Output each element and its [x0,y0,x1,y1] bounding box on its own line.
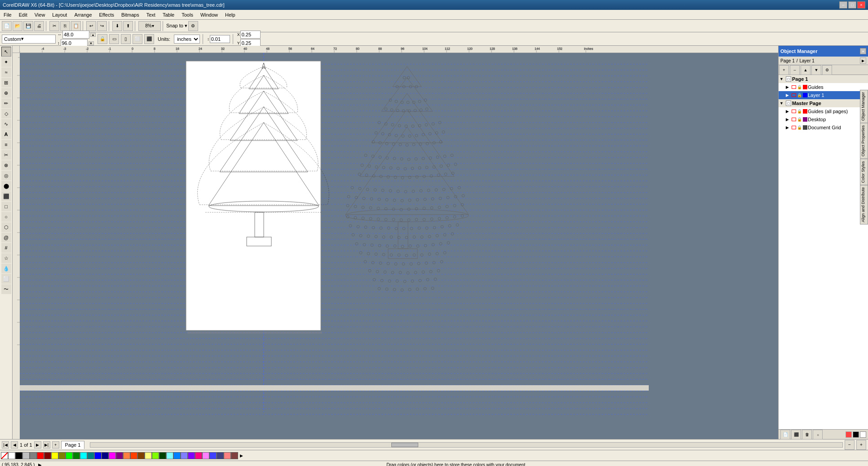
zoom-dropdown[interactable]: 8%▾ [138,21,161,31]
om-expand-guides[interactable]: ▶ [786,85,791,89]
color-swatch-black[interactable] [15,452,22,459]
color-swatch-gray[interactable] [30,452,37,459]
palette-arrow[interactable]: ▶ [240,453,243,458]
page-tab-1[interactable]: Page 1 [61,441,85,449]
color-swatch-magenta[interactable] [109,452,116,459]
tab-align-distribute[interactable]: Align and Distribute [860,185,868,224]
smart-drawing-tool[interactable]: 〜 [1,284,11,294]
print-button[interactable]: 🖨 [34,21,44,31]
minimize-button[interactable]: – [839,1,847,9]
width-spin-up[interactable]: ▲ [90,33,96,37]
snap-options[interactable]: ⚙ [188,21,198,31]
om-stroke-color[interactable] [853,431,859,438]
fill-tool[interactable]: ⬤ [1,181,11,191]
artistic-media-tool[interactable]: ∿ [1,119,11,129]
color-swatch-violet[interactable] [188,452,195,459]
menu-file[interactable]: File [0,11,15,18]
om-lock-layer1[interactable]: 🔒 [797,93,802,97]
om-docgrid-row[interactable]: ▶ 🔒 Document Grid [779,123,868,132]
ellipse-tool[interactable]: ○ [1,212,11,222]
export-button[interactable]: ⬆ [123,21,133,31]
height-spin-down[interactable]: ▼ [89,41,94,45]
om-eye-docgrid[interactable] [792,126,796,129]
om-settings[interactable]: ⚙ [822,65,832,75]
copy-button[interactable]: ⎘ [60,21,70,31]
om-eye-guides-all[interactable] [792,110,796,113]
spiral-tool[interactable]: @ [1,233,11,242]
color-swatch-orange[interactable] [123,452,130,459]
paste-button[interactable]: 📋 [71,21,81,31]
om-expand-page1[interactable]: ▼ [779,77,785,81]
menu-arrange[interactable]: Arrange [71,11,95,18]
tab-object-manager[interactable]: Object Manager [860,90,868,123]
h-scrollbar-thumb[interactable] [391,443,418,447]
color-swatch-lightsalmon[interactable] [224,452,231,459]
table-tool[interactable]: ≡ [1,140,11,149]
canvas[interactable] [20,53,778,439]
color-swatch-hotpink[interactable] [195,452,202,459]
page-last-btn[interactable]: ▶| [43,441,50,448]
menu-table[interactable]: Table [159,11,178,18]
page-next-btn[interactable]: ▶ [34,441,41,448]
color-swatch-dodgerblue[interactable] [173,452,181,459]
om-lock-guides-all[interactable]: 🔒 [797,109,802,114]
color-none-swatch[interactable] [1,452,8,459]
connector-tool[interactable]: ⊗ [1,160,11,170]
color-swatch-plum[interactable] [202,452,209,459]
color-swatch-chartreuse[interactable] [152,452,159,459]
color-swatch-blue[interactable] [94,452,102,459]
om-lock-guides[interactable]: 🔒 [797,85,802,89]
page-first-btn[interactable]: |◀ [2,441,9,448]
close-button[interactable]: × [857,1,865,9]
om-move-down[interactable]: ▼ [811,65,821,75]
smart-fill[interactable]: ⬛ [1,191,11,201]
om-eye-layer1[interactable] [792,93,796,97]
page-prev-btn[interactable]: ◀ [11,441,18,448]
color-swatch-cyan[interactable] [80,452,87,459]
units-dropdown[interactable]: inches mm cm px [174,35,200,44]
new-button[interactable]: 📄 [2,21,12,31]
menu-edit[interactable]: Edit [15,11,31,18]
dimension-tool[interactable]: ✂ [1,150,11,160]
import-button[interactable]: ⬇ [112,21,122,31]
color-swatch-yellow[interactable] [51,452,58,459]
om-layer-btn[interactable]: ⬛ [791,430,801,440]
maximize-button[interactable]: □ [848,1,856,9]
portrait-btn[interactable]: ▭ [109,34,119,44]
freehand-tool[interactable]: ✏ [1,98,11,108]
color-swatch-darkorange[interactable] [130,452,137,459]
open-button[interactable]: 📂 [13,21,22,31]
color-swatch-lightcyan[interactable] [166,452,173,459]
color-swatch-medblue[interactable] [209,452,217,459]
undo-button[interactable]: ↩ [86,21,96,31]
bezier-tool[interactable]: ◇ [1,109,11,119]
custom-dropdown[interactable]: Custom ▾ [2,35,56,44]
om-desktop-row[interactable]: ▶ 🔒 Desktop [779,115,868,123]
graph-paper-tool[interactable]: # [1,243,11,253]
color-swatch-white[interactable] [8,452,15,459]
save-button[interactable]: 💾 [23,21,33,31]
rectangle-tool[interactable]: □ [1,202,11,211]
h-scrollbar[interactable] [90,442,843,448]
color-swatch-darkred[interactable] [44,452,51,459]
color-swatch-silver[interactable] [22,452,30,459]
om-merge-btn[interactable]: ⬦ [813,430,823,440]
om-delete-layer[interactable]: – [790,65,800,75]
tab-object-properties[interactable]: Object Properties [860,123,868,159]
menu-bitmaps[interactable]: Bitmaps [118,11,143,18]
om-lock-desktop[interactable]: 🔒 [797,117,802,122]
menu-layout[interactable]: Layout [49,11,71,18]
page-settings-btn[interactable]: ⬜ [133,34,142,44]
om-new-btn[interactable]: 📄 [780,430,790,440]
om-view-btn[interactable]: ▶ [860,57,866,64]
color-swatch-lime[interactable] [66,452,73,459]
color-swatch-lightyellow[interactable] [145,452,152,459]
color-swatch-purple[interactable] [116,452,123,459]
color-swatch-olive[interactable] [58,452,66,459]
eyedropper-tool[interactable]: 💧 [1,264,11,273]
text-tool[interactable]: A [1,129,11,139]
menu-effects[interactable]: Effects [96,11,118,18]
color-swatch-navy[interactable] [102,452,109,459]
color-swatch-green[interactable] [73,452,80,459]
om-lock-docgrid[interactable]: 🔒 [797,125,802,130]
